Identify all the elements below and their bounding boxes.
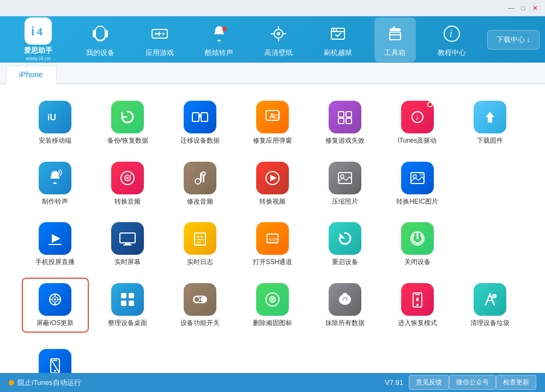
nav-items: 我的设备 应用游戏 酷炫铃声 <box>71 17 482 62</box>
tool-screen-cast[interactable]: 手机投屏直播 <box>22 217 89 272</box>
tool-real-screen[interactable]: 实时屏幕 <box>94 217 161 272</box>
main-content: iU 安装移动端 备份/恢复数据 <box>0 84 545 373</box>
app-games-icon <box>148 22 172 46</box>
nav-wallpapers[interactable]: 高清壁纸 <box>256 17 301 62</box>
tool-fix-game-label: 修复游戏失效 <box>325 137 365 145</box>
tool-fix-app-popup[interactable]: A ID 修复应用弹窗 <box>239 95 306 151</box>
svg-rect-72 <box>121 301 126 306</box>
tool-shutdown-device-label: 关闭设备 <box>404 258 431 267</box>
tool-convert-audio-icon: ♪ <box>111 162 144 194</box>
nav-tutorials[interactable]: i 教程中心 <box>429 17 475 62</box>
title-bar: — □ ✕ <box>0 0 545 16</box>
nav-app-games-label: 应用游戏 <box>146 48 174 58</box>
svg-point-38 <box>195 179 201 184</box>
svg-rect-27 <box>338 112 344 117</box>
tool-block-ios-update[interactable]: 屏蔽iOS更新 <box>22 278 89 333</box>
svg-marker-60 <box>340 233 345 238</box>
svg-text:iU: iU <box>47 113 56 122</box>
update-btn[interactable]: 检查更新 <box>496 375 536 390</box>
nav-toolbox-label: 工具箱 <box>384 48 405 58</box>
svg-point-87 <box>54 370 56 372</box>
tool-convert-heic[interactable]: H 转换HEIC图片 <box>384 156 451 212</box>
tool-download-firmware[interactable]: 下载固件 <box>456 95 523 151</box>
tool-delete-icon[interactable]: 删除顽固图标 <box>239 278 306 333</box>
tool-block-ios-update-label: 屏蔽iOS更新 <box>37 319 74 328</box>
tool-convert-video-icon <box>256 162 289 194</box>
logo-text: 爱思助手 <box>24 46 52 56</box>
header: i 4 爱思助手 www.i4.cn 我的设备 <box>0 16 545 63</box>
svg-rect-40 <box>203 175 204 182</box>
nav-jailbreak[interactable]: 刷机越狱 <box>315 17 361 62</box>
tool-real-log[interactable]: 实时日志 <box>167 217 234 272</box>
notification-dot <box>427 102 433 107</box>
feedback-btn[interactable]: 意见反馈 <box>409 375 449 390</box>
svg-point-78 <box>269 296 276 303</box>
tool-fix-app-popup-label: 修复应用弹窗 <box>253 137 292 145</box>
tool-install-mobile[interactable]: iU 安装移动端 <box>22 95 89 151</box>
status-bar: 阻止iTunes自动运行 V7.91 意见反馈 微信公众号 检查更新 <box>0 373 545 392</box>
tools-row-2: 制作铃声 ♪ 转换音频 <box>22 156 523 212</box>
ringtones-icon <box>207 22 231 46</box>
close-icon[interactable]: ✕ <box>530 3 541 14</box>
tool-deactivate[interactable]: 反激活设备 <box>22 344 89 373</box>
tool-convert-heic-label: 转换HEIC图片 <box>396 198 438 206</box>
tool-compress-photos-icon <box>329 162 361 194</box>
tool-convert-video[interactable]: 转换视频 <box>239 156 306 212</box>
tool-recovery-mode[interactable]: 进入恢复模式 <box>384 278 451 333</box>
svg-text:i: i <box>31 24 34 38</box>
tool-restart-device[interactable]: 重启设备 <box>311 217 378 272</box>
tool-real-log-label: 实时日志 <box>187 258 213 267</box>
tool-backup-restore[interactable]: 备份/恢复数据 <box>94 95 161 151</box>
logo-sub: www.i4.cn <box>26 56 50 62</box>
tutorials-icon: i <box>440 22 464 46</box>
itunes-status-text: 阻止iTunes自动运行 <box>17 378 81 388</box>
tool-fix-app-popup-icon: A ID <box>256 101 289 133</box>
nav-app-games[interactable]: 应用游戏 <box>137 17 183 62</box>
tool-edit-audio[interactable]: 修改音频 <box>167 156 234 212</box>
svg-rect-51 <box>120 233 135 243</box>
nav-my-device[interactable]: 我的设备 <box>77 17 123 62</box>
svg-point-76 <box>194 297 199 302</box>
tool-clean-junk[interactable]: ✓ 清理设备垃圾 <box>456 278 523 333</box>
download-btn[interactable]: 下载中心 ↓ <box>487 30 540 50</box>
tool-install-mobile-label: 安装移动端 <box>39 137 71 145</box>
svg-point-4 <box>162 33 165 35</box>
nav-toolbox[interactable]: 工具箱 <box>374 17 416 62</box>
tool-compress-photos[interactable]: 压缩照片 <box>311 156 378 212</box>
tool-migrate-data[interactable]: 迁移设备数据 <box>167 95 234 151</box>
svg-point-65 <box>54 298 56 301</box>
tab-iphone[interactable]: iPhone <box>5 65 57 84</box>
svg-rect-54 <box>195 233 205 245</box>
svg-rect-28 <box>346 112 352 117</box>
nav-tutorials-label: 教程中心 <box>438 48 466 58</box>
svg-text:4: 4 <box>37 27 43 38</box>
tool-convert-heic-icon: H <box>401 162 434 194</box>
tool-real-screen-icon <box>111 222 144 255</box>
tool-make-ringtone[interactable]: 制作铃声 <box>22 156 89 212</box>
tool-screen-cast-icon <box>39 222 71 255</box>
minimize-icon[interactable]: — <box>506 3 517 14</box>
nav-ringtones[interactable]: 酷炫铃声 <box>196 17 242 62</box>
tool-compress-photos-label: 压缩照片 <box>332 198 358 206</box>
status-dot <box>9 380 14 385</box>
tool-wipe-data[interactable]: 抹除所有数据 <box>311 278 378 333</box>
svg-point-6 <box>222 27 227 31</box>
svg-text:♪: ♪ <box>130 172 132 177</box>
svg-point-3 <box>155 33 157 35</box>
svg-rect-39 <box>200 173 202 182</box>
svg-rect-29 <box>338 118 344 124</box>
svg-point-81 <box>416 304 419 306</box>
tool-device-toggle-label: 设备功能开关 <box>180 319 220 328</box>
tool-convert-audio[interactable]: ♪ 转换音频 <box>94 156 161 212</box>
tool-itunes-driver[interactable]: ♪ iTunes及驱动 <box>384 95 451 151</box>
wechat-btn[interactable]: 微信公众号 <box>449 375 496 390</box>
maximize-icon[interactable]: □ <box>518 3 529 14</box>
tool-ssh-tunnel[interactable]: SSH 打开SSH通道 <box>239 217 306 272</box>
tool-clean-junk-icon: ✓ <box>474 283 506 316</box>
svg-rect-5 <box>217 40 221 41</box>
tool-shutdown-device[interactable]: 关闭设备 <box>384 217 451 272</box>
tool-organize-desktop[interactable]: 整理设备桌面 <box>94 278 161 333</box>
tool-device-toggle[interactable]: 设备功能开关 <box>167 278 234 333</box>
tool-fix-game[interactable]: 修复游戏失效 <box>311 95 378 151</box>
tool-delete-icon-icon <box>256 283 289 316</box>
